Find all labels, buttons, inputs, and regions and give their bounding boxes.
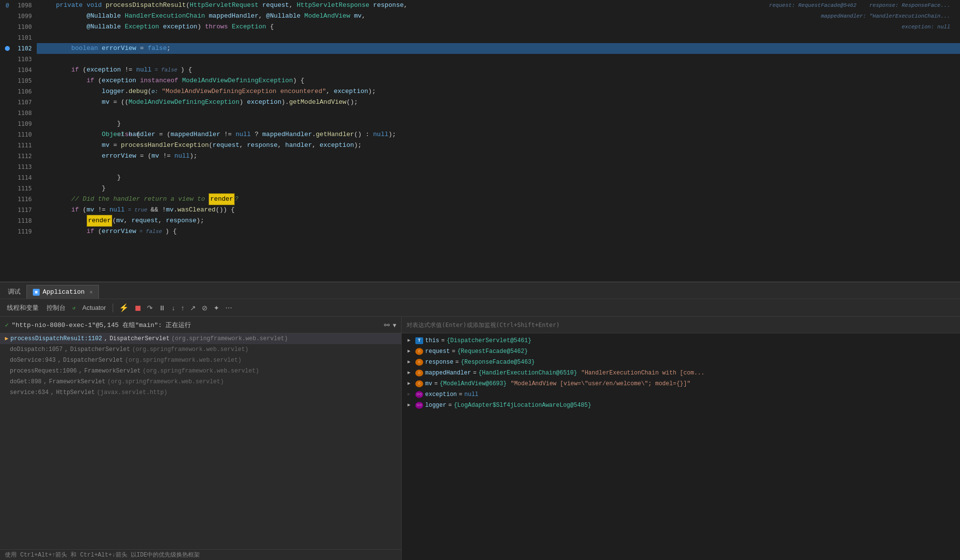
ln-1101: 1101 <box>15 32 32 43</box>
gutter-1118 <box>0 215 15 226</box>
app-icon: ▣ <box>33 289 40 296</box>
stop-btn[interactable]: ◼ <box>133 302 143 313</box>
frame-class-1: DispatcherServlet <box>70 344 130 355</box>
frame-pkg-2: (org.springframework.web.servlet) <box>125 355 241 366</box>
eval-input[interactable] <box>407 322 955 328</box>
var-eq-response: = <box>456 357 459 368</box>
code-line-1101 <box>37 32 960 43</box>
frame-method-3: processRequest:1006 <box>10 366 77 376</box>
gutter-1100 <box>0 22 15 32</box>
ln-1117: 1117 <box>15 205 32 215</box>
gutter-1114 <box>0 172 15 183</box>
frame-class-5: HttpServlet <box>56 387 95 398</box>
gutter-1111 <box>0 140 15 151</box>
frame-item-1[interactable]: doDispatch:1057 , DispatcherServlet (org… <box>0 344 401 355</box>
frame-pkg-4: (org.springframework.web.servlet) <box>107 376 224 387</box>
code-line-1110: Object handler = (mappedHandler != null … <box>37 129 960 140</box>
response-var-icon: ○ <box>415 359 423 366</box>
expand-mv-icon: ▶ <box>408 378 413 389</box>
step-out-btn[interactable]: ↑ <box>179 303 186 313</box>
frame-item-4[interactable]: doGet:898 , FrameworkServlet (org.spring… <box>0 376 401 387</box>
filter-btn[interactable]: ⚯ <box>384 321 390 329</box>
code-line-1098: private void processDispatchResult(HttpS… <box>37 0 960 11</box>
bottom-hint-text: 使用 Ctrl+Alt+↑箭头 和 Ctrl+Alt+↓箭头 以IDE中的优先级… <box>5 551 200 559</box>
ln-1111: 1111 <box>15 140 32 151</box>
var-eq-request: = <box>452 346 455 357</box>
code-line-1103 <box>37 54 960 65</box>
debug-tab-label: 调试 <box>8 287 21 296</box>
var-eq-mappedhandler: = <box>473 368 477 378</box>
evaluate-btn[interactable]: ✦ <box>212 303 221 313</box>
tab-debug[interactable]: 调试 <box>2 285 26 299</box>
ln-1107: 1107 <box>15 97 32 108</box>
threads-vars-btn[interactable]: 线程和变量 <box>4 302 42 314</box>
variables-panel: ▶ T this = {DispatcherServlet@5461} ▶ ○ … <box>402 317 960 560</box>
actuator-btn[interactable]: Actuator <box>79 303 109 313</box>
eval-bar <box>402 317 960 333</box>
mute-btn[interactable]: ⊘ <box>200 303 210 313</box>
this-var-icon: T <box>415 337 423 344</box>
frame-item-3[interactable]: processRequest:1006 , FrameworkServlet (… <box>0 366 401 376</box>
gutter-1098: @ <box>0 0 15 11</box>
more-btn[interactable]: ⋯ <box>223 303 234 313</box>
hint-1098: request: RequestFacade@5462 response: Re… <box>769 0 950 11</box>
code-line-1107: mv = ((ModelAndViewDefiningException) ex… <box>37 97 960 108</box>
code-line-1111: mv = processHandlerException(request, re… <box>37 140 960 151</box>
var-item-mappedhandler[interactable]: ▶ ○ mappedHandler = {HandlerExecutionCha… <box>402 368 960 378</box>
var-val-mappedhandler: {HandlerExecutionChain@6510} <box>479 368 577 378</box>
var-item-logger[interactable]: ▶ ○○ logger = {LogAdapter$Slf4jLocationA… <box>402 400 960 411</box>
code-line-1114: } <box>37 172 960 183</box>
var-item-request[interactable]: ▶ ○ request = {RequestFacade@5462} <box>402 346 960 357</box>
var-item-response[interactable]: ▶ ○ response = {ResponseFacade@5463} <box>402 357 960 368</box>
frame-method-0: processDispatchResult:1102 <box>10 333 102 344</box>
frame-pkg-3: (org.springframework.web.servlet) <box>143 366 259 376</box>
frame-method-4: doGet:898 <box>10 376 42 387</box>
frame-method-5: service:634 <box>10 387 48 398</box>
var-name-this: this <box>425 335 439 346</box>
frame-item-2[interactable]: doService:943 , DispatcherServlet (org.s… <box>0 355 401 366</box>
frame-item-5[interactable]: service:634 , HttpServlet (javax.servlet… <box>0 387 401 398</box>
var-name-request: request <box>425 346 450 357</box>
debug-toolbar: 线程和变量 控制台 ↺ Actuator ⚡ ◼ ↷ ⏸ ↓ ↑ ↗ ⊘ ✦ ⋯ <box>0 299 960 317</box>
gutter-1112 <box>0 151 15 162</box>
tab-application[interactable]: ▣ Application ✕ <box>26 285 99 299</box>
frame-sep-0: , <box>104 333 107 344</box>
tab-close-icon[interactable]: ✕ <box>90 289 93 295</box>
frame-method-1: doDispatch:1057 <box>10 344 63 355</box>
actuator-icon: ↺ <box>71 304 77 311</box>
pause-btn[interactable]: ⏸ <box>157 303 168 313</box>
debug-panel: 调试 ▣ Application ✕ 线程和变量 控制台 ↺ Actuator … <box>0 281 960 560</box>
console-btn[interactable]: 控制台 <box>44 302 69 314</box>
var-item-mv[interactable]: ▶ ○ mv = {ModelAndView@6693} "ModelAndVi… <box>402 378 960 389</box>
var-val-logger: {LogAdapter$Slf4jLocationAwareLog@5485} <box>454 400 591 411</box>
mv-var-icon: ○ <box>415 380 423 387</box>
thread-status-text: ✓ "http-nio-8080-exec-1"@5,145 在组"main":… <box>5 321 191 329</box>
ln-1118: 1118 <box>15 215 32 226</box>
ln-1106: 1106 <box>15 86 32 97</box>
variables-list[interactable]: ▶ T this = {DispatcherServlet@5461} ▶ ○ … <box>402 333 960 560</box>
var-item-this[interactable]: ▶ T this = {DispatcherServlet@5461} <box>402 335 960 346</box>
code-line-1106: logger.debug(o: "ModelAndViewDefiningExc… <box>37 86 960 97</box>
frame-item-0[interactable]: ▶ processDispatchResult:1102 , Dispatche… <box>0 333 401 344</box>
var-item-exception[interactable]: ▶ ○○ exception = null <box>402 389 960 400</box>
dropdown-btn[interactable]: ▾ <box>393 321 396 329</box>
frame-list[interactable]: ▶ processDispatchResult:1102 , Dispatche… <box>0 333 401 549</box>
thread-header: ✓ "http-nio-8080-exec-1"@5,145 在组"main":… <box>0 317 401 333</box>
step-over-btn[interactable]: ↷ <box>145 303 155 313</box>
var-name-response: response <box>425 357 454 368</box>
run-to-cursor-btn[interactable]: ↗ <box>188 303 198 313</box>
ln-1102: 1102 <box>15 43 32 54</box>
gutter-1113 <box>0 162 15 172</box>
var-eq-exception: = <box>459 389 462 400</box>
debug-content: ✓ "http-nio-8080-exec-1"@5,145 在组"main":… <box>0 317 960 560</box>
resume-btn[interactable]: ⚡ <box>117 302 131 313</box>
frame-method-2: doService:943 <box>10 355 56 366</box>
debug-tab-bar: 调试 ▣ Application ✕ <box>0 282 960 299</box>
code-text-area[interactable]: private void processDispatchResult(HttpS… <box>37 0 960 281</box>
bottom-hint-bar: 使用 Ctrl+Alt+↑箭头 和 Ctrl+Alt+↓箭头 以IDE中的优先级… <box>0 549 401 560</box>
code-line-1108: } <box>37 108 960 118</box>
var-name-mappedhandler: mappedHandler <box>425 368 471 378</box>
step-into-btn[interactable]: ↓ <box>169 303 177 313</box>
code-line-1116: // Did the handler return a view to rend… <box>37 194 960 205</box>
gutter-1102 <box>0 43 15 54</box>
